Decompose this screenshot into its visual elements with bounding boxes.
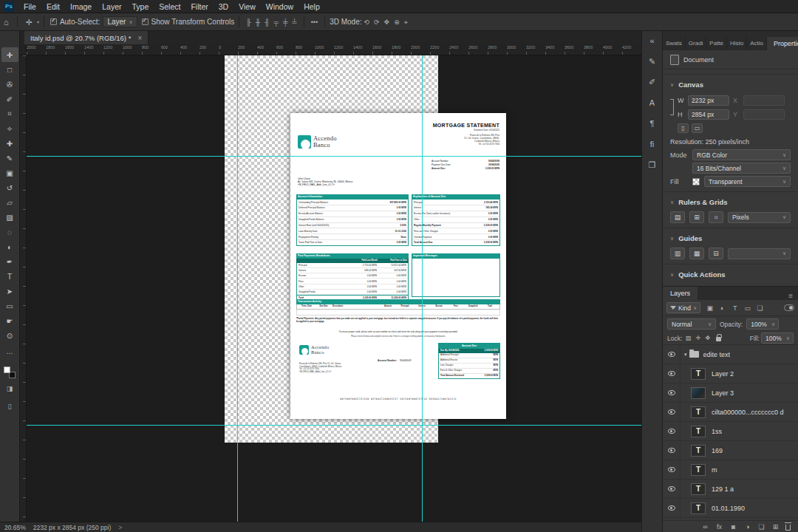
eye-icon[interactable] — [663, 441, 681, 460]
healing-brush-tool[interactable]: ✚ — [1, 136, 18, 151]
menu-item-type[interactable]: Type — [126, 0, 154, 13]
filter-smart-objects-icon[interactable]: ❏ — [754, 302, 766, 313]
filter-type-layers-icon[interactable]: T — [729, 302, 741, 313]
layer-effects-icon[interactable]: fx — [713, 521, 726, 532]
layer-mask-icon[interactable]: ◙ — [727, 521, 740, 532]
mortgage-statement-document[interactable]: MORTGAGE STATEMENT Statement Date: 01/04… — [290, 113, 506, 419]
new-group-icon[interactable]: ❏ — [755, 521, 768, 532]
eraser-tool[interactable]: ▱ — [1, 195, 18, 210]
align-middle-icon[interactable]: ╪ — [281, 14, 290, 30]
lock-pixels-icon[interactable]: ✛ — [693, 332, 703, 344]
libraries-panel-icon[interactable]: ❐ — [644, 157, 661, 173]
fill-dropdown[interactable]: Transparent — [704, 176, 791, 187]
adjustment-layer-icon[interactable]: ◑ — [741, 521, 754, 532]
quick-mask-icon[interactable]: ◨ — [1, 381, 18, 396]
show-transform-checkbox[interactable] — [142, 18, 149, 25]
guide-vertical[interactable] — [422, 55, 423, 522]
layer-row[interactable]: T169 — [663, 441, 798, 460]
eye-icon[interactable] — [663, 364, 681, 383]
toggle-pixel-grid-button[interactable]: ⌗ — [709, 211, 723, 223]
scale-3d-icon[interactable]: ⌖ — [402, 14, 410, 30]
bit-depth-dropdown[interactable]: 16 Bits/Channel — [692, 163, 791, 174]
brush-tool[interactable]: ✎ — [1, 151, 18, 166]
menu-item-window[interactable]: Window — [261, 0, 299, 13]
gradient-tool[interactable]: ▨ — [1, 210, 18, 225]
align-bottom-icon[interactable]: ╧ — [290, 14, 299, 30]
type-tool[interactable]: T — [1, 269, 18, 284]
units-dropdown[interactable]: Pixels — [728, 212, 791, 223]
layer-row[interactable]: Tcilta000000...ccccccc0 d — [663, 403, 798, 422]
align-top-icon[interactable]: ╤ — [272, 14, 281, 30]
photoshop-logo-icon[interactable]: Ps — [4, 1, 14, 12]
filter-kind-dropdown[interactable]: Kind — [666, 302, 700, 313]
home-icon[interactable]: ⌂ — [0, 14, 13, 30]
path-selection-tool[interactable]: ➤ — [1, 284, 18, 299]
blend-mode-dropdown[interactable]: Normal — [667, 318, 716, 330]
menu-item-filter[interactable]: Filter — [185, 0, 213, 13]
constrain-link-icon[interactable] — [670, 99, 674, 115]
filter-shape-layers-icon[interactable]: ▭ — [741, 302, 754, 313]
edit-toolbar-icon[interactable]: ⋯ — [1, 346, 18, 361]
canvas-section-header[interactable]: ∨ Canvas — [663, 74, 798, 92]
delete-layer-icon[interactable] — [785, 525, 791, 531]
filter-toggle[interactable] — [784, 304, 794, 311]
toggle-grid-button[interactable]: ⊞ — [689, 211, 704, 223]
layer-row[interactable]: Layer 3 — [663, 383, 798, 403]
clone-stamp-tool[interactable]: ▣ — [1, 166, 18, 180]
paragraph-panel-icon[interactable]: ¶ — [644, 115, 661, 132]
layer-row[interactable]: T1ss — [663, 422, 798, 441]
menu-item-3d[interactable]: 3D — [214, 0, 233, 13]
menu-item-help[interactable]: Help — [299, 0, 325, 13]
width-field[interactable]: 2232 px — [688, 95, 729, 106]
eye-icon[interactable] — [663, 499, 681, 517]
status-menu-chevron[interactable]: > — [118, 524, 122, 531]
zoom-tool[interactable]: ⊙ — [1, 328, 18, 343]
roll-3d-icon[interactable]: ⟳ — [372, 14, 382, 30]
canvas[interactable]: MORTGAGE STATEMENT Statement Date: 01/04… — [27, 55, 641, 522]
tab-properties[interactable]: Properties — [767, 37, 798, 50]
eye-icon[interactable] — [663, 480, 681, 498]
layer-row[interactable]: TLayer 2 — [663, 364, 798, 383]
eye-icon[interactable] — [663, 422, 681, 440]
landscape-orientation-button[interactable]: ▭ — [692, 123, 703, 133]
clear-guides-button[interactable]: ⊟ — [709, 248, 723, 259]
lock-position-icon[interactable]: ✥ — [703, 332, 712, 344]
color-mode-dropdown[interactable]: RGB Color — [692, 149, 791, 160]
panel-tab-histo[interactable]: Histo — [727, 37, 747, 50]
quick-actions-section-header[interactable]: ∨ Quick Actions — [663, 264, 798, 282]
panel-tab-patte[interactable]: Patte — [706, 37, 727, 50]
eye-icon[interactable] — [663, 383, 681, 402]
zoom-level[interactable]: 20.65% — [4, 524, 26, 531]
collapse-panels-icon[interactable]: « — [644, 33, 661, 49]
move-tool-preset-icon[interactable]: ✛ — [22, 14, 36, 30]
toggle-rulers-button[interactable]: ▤ — [670, 211, 685, 223]
pen-tool[interactable]: ✒ — [1, 254, 18, 269]
close-tab-icon[interactable]: × — [137, 34, 142, 42]
brushes-panel-icon[interactable]: ✎ — [644, 53, 661, 69]
panel-menu-icon[interactable]: ≡ — [783, 292, 798, 300]
slide-3d-icon[interactable]: ⊕ — [392, 14, 402, 30]
shape-tool[interactable]: ▭ — [1, 299, 18, 313]
guide-vertical[interactable] — [237, 55, 238, 522]
guide-horizontal[interactable] — [27, 156, 641, 157]
filter-pixel-layers-icon[interactable]: ▣ — [703, 302, 716, 313]
eye-icon[interactable] — [663, 403, 681, 421]
filter-adjustment-layers-icon[interactable]: ◐ — [716, 302, 729, 313]
move-tool[interactable]: ✛ — [1, 47, 18, 62]
layer-row[interactable]: T01.01.1990 — [663, 499, 798, 518]
expand-caret-icon[interactable]: ▾ — [684, 352, 687, 358]
foreground-color-swatch[interactable] — [4, 366, 10, 373]
link-layers-icon[interactable]: ∞ — [699, 521, 712, 532]
brush-settings-panel-icon[interactable]: ✐ — [644, 74, 661, 90]
eyedropper-tool[interactable]: ✧ — [1, 121, 18, 136]
new-layer-icon[interactable]: ⊞ — [769, 521, 782, 532]
eye-icon[interactable] — [663, 345, 681, 364]
lock-transparency-icon[interactable]: ▨ — [683, 332, 693, 344]
blur-tool[interactable]: ◌ — [1, 225, 18, 239]
lock-all-icon[interactable] — [716, 337, 721, 341]
rotate-3d-icon[interactable]: ⟲ — [362, 14, 372, 30]
ruler-origin-corner[interactable] — [20, 44, 27, 55]
history-brush-tool[interactable]: ↺ — [1, 180, 18, 195]
align-center-horizontal-icon[interactable]: ╫ — [253, 14, 262, 30]
panel-tab-swats[interactable]: Swats — [663, 37, 686, 50]
